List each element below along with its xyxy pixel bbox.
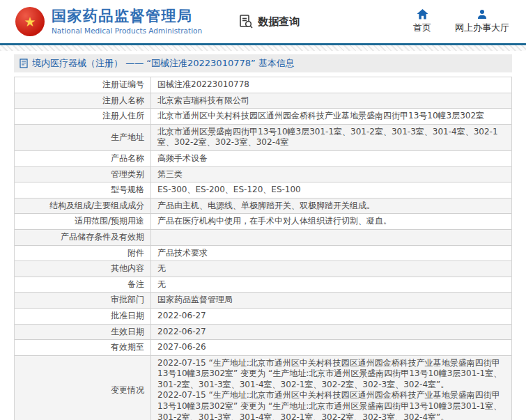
- table-row-registrant-address: 注册人住所 北京市通州区中关村科技园区通州园金桥科技产业基地景盛南四街甲13号1…: [15, 109, 511, 125]
- table-row-effective-date: 生效日期 2022-06-27: [15, 325, 511, 341]
- row-label: 审批部门: [15, 293, 151, 308]
- row-value: 北京市通州区中关村科技园区通州园金桥科技产业基地景盛南四街甲13号10幢3层30…: [151, 109, 511, 124]
- row-label: 附件: [15, 246, 151, 261]
- data-query-label: 数据查询: [258, 15, 300, 29]
- row-value: 2027-06-26: [151, 340, 511, 355]
- table-row-approval-department: 审批部门 国家药品监督管理局: [15, 293, 511, 309]
- breadcrumb-text: 境内医疗器械（注册） —— “国械注准20223010778” 基本信息: [32, 57, 295, 70]
- table-row-model-spec: 型号规格 ES-300、ES-200、ES-120、ES-100: [15, 182, 511, 199]
- site-subtitle: National Medical Products Administration: [52, 26, 202, 35]
- document-search-icon: [238, 14, 254, 29]
- row-value: 国械注准20223010778: [151, 77, 511, 93]
- table-row-expiry-date: 有效期至 2027-06-26: [15, 340, 511, 356]
- table-row-other-content: 其他内容 无: [15, 261, 511, 277]
- row-value: 无: [151, 277, 511, 293]
- row-value: 国家药品监督管理局: [151, 293, 511, 308]
- row-label: 批准日期: [15, 309, 151, 324]
- row-value: [151, 230, 511, 245]
- row-label: 结构及组成/主要组成成分: [15, 199, 151, 214]
- change-record-1: 2022-07-15 “生产地址:北京市通州区中关村科技园区通州园金桥科技产业基…: [157, 358, 505, 391]
- table-row-approval-date: 批准日期 2022-06-27: [15, 309, 511, 325]
- row-label: 变更情况: [15, 356, 151, 420]
- row-label: 适用范围/预期用途: [15, 214, 151, 229]
- table-row-registrant-name: 注册人名称 北京索吉瑞科技有限公司: [15, 93, 511, 109]
- nav-home-label: 首页: [413, 22, 431, 34]
- row-value: 产品在医疗机构中使用，在手术中对人体组织进行切割、凝血。: [151, 214, 511, 229]
- national-emblem-icon: ★: [15, 7, 45, 36]
- table-row-structure-composition: 结构及组成/主要组成成分 产品由主机、电源线、单极脚踏开关、双极脚踏开关组成。: [15, 199, 511, 215]
- logo-text: 国家药品监督管理局 National Medical Products Admi…: [52, 8, 202, 34]
- table-row-intended-use: 适用范围/预期用途 产品在医疗机构中使用，在手术中对人体组织进行切割、凝血。: [15, 214, 511, 230]
- row-value: 北京索吉瑞科技有限公司: [151, 93, 511, 109]
- table-row-change-history: 变更情况 2022-07-15 “生产地址:北京市通州区中关村科技园区通州园金桥…: [15, 356, 511, 420]
- row-value: 无: [151, 261, 511, 277]
- hatch-strip: [0, 45, 526, 51]
- row-label: 注册人住所: [15, 109, 151, 124]
- nav-item-service-hall[interactable]: 网上办事大厅: [455, 9, 509, 34]
- row-value: 2022-06-27: [151, 309, 511, 324]
- row-label: 产品名称: [15, 151, 151, 166]
- row-value: ES-300、ES-200、ES-120、ES-100: [151, 182, 511, 198]
- row-value: 第三类: [151, 167, 511, 182]
- emblem-star: ★: [24, 14, 36, 29]
- row-label: 型号规格: [15, 182, 151, 198]
- table-row-production-address: 生产地址 北京市通州区景盛南四街甲13号10幢3层301-1室、301-2室、3…: [15, 125, 511, 151]
- table-row-management-class: 管理类别 第三类: [15, 167, 511, 183]
- table-row-cert-number: 注册证编号 国械注准20223010778: [15, 77, 511, 93]
- row-value: 2022-07-15 “生产地址:北京市通州区中关村科技园区通州园金桥科技产业基…: [151, 356, 511, 420]
- nav-service-hall-label: 网上办事大厅: [455, 22, 509, 34]
- breadcrumb: 境内医疗器械（注册） —— “国械注准20223010778” 基本信息: [14, 54, 512, 72]
- table-row-remarks: 备注 无: [15, 277, 511, 293]
- site-title: 国家药品监督管理局: [52, 8, 202, 24]
- row-label: 备注: [15, 277, 151, 293]
- row-label: 注册证编号: [15, 77, 151, 93]
- row-label: 注册人名称: [15, 93, 151, 109]
- site-header: ★ 国家药品监督管理局 National Medical Products Ad…: [0, 0, 526, 43]
- person-icon: [477, 9, 488, 20]
- nmpa-logo[interactable]: ★ 国家药品监督管理局 National Medical Products Ad…: [15, 7, 202, 36]
- header-nav: 首页 网上办事大厅: [413, 9, 509, 34]
- row-label: 生效日期: [15, 325, 151, 340]
- row-label: 其他内容: [15, 261, 151, 277]
- row-value: 北京市通州区景盛南四街甲13号10幢3层301-1室、301-2室、301-3室…: [151, 125, 511, 150]
- table-row-attachment: 附件 产品技术要求: [15, 246, 511, 262]
- document-icon: [20, 59, 28, 68]
- main-content: 境内医疗器械（注册） —— “国械注准20223010778” 基本信息 注册证…: [14, 54, 512, 420]
- home-icon: [417, 9, 428, 20]
- row-value: 高频手术设备: [151, 151, 511, 166]
- row-label: 生产地址: [15, 125, 151, 150]
- row-value: 2022-06-27: [151, 325, 511, 340]
- registration-info-table: 注册证编号 国械注准20223010778 注册人名称 北京索吉瑞科技有限公司 …: [14, 77, 512, 420]
- row-label: 产品储存条件及有效期: [15, 230, 151, 245]
- change-record-2: 2022-07-15 “生产地址:北京市通州区中关村科技园区通州园金桥科技产业基…: [157, 390, 505, 420]
- row-label: 管理类别: [15, 167, 151, 182]
- table-row-product-name: 产品名称 高频手术设备: [15, 151, 511, 167]
- data-query-nav[interactable]: 数据查询: [238, 14, 300, 29]
- row-value: 产品由主机、电源线、单极脚踏开关、双极脚踏开关组成。: [151, 199, 511, 214]
- table-row-storage-validity: 产品储存条件及有效期: [15, 230, 511, 246]
- row-value: 产品技术要求: [151, 246, 511, 261]
- nav-item-home[interactable]: 首页: [413, 9, 431, 34]
- row-label: 有效期至: [15, 340, 151, 355]
